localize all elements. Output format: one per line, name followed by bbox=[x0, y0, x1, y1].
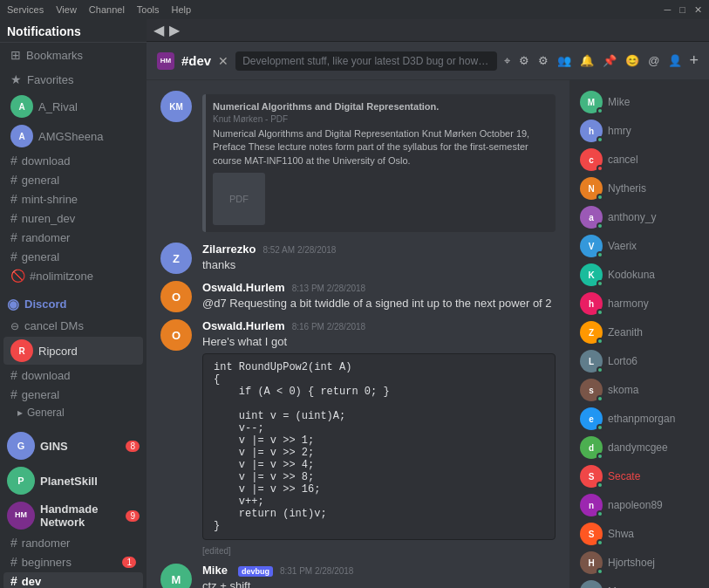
notifications-header: Notifications bbox=[0, 19, 147, 43]
maximize-button[interactable]: □ bbox=[679, 4, 685, 16]
user-nytheris[interactable]: N Nytheris bbox=[573, 174, 706, 202]
favorites-icon: ★ bbox=[10, 72, 22, 86]
dm-amgsheena-label: AMGSheena bbox=[38, 130, 103, 143]
channel-nolimitzone[interactable]: 🚫#nolimitzone bbox=[3, 267, 143, 284]
cancel-dms[interactable]: ⊖cancel DMs bbox=[3, 317, 143, 335]
message-mike-1: M Mike devbug 8:31 PM 2/28/2018 ctz + sh… bbox=[147, 560, 569, 588]
server-discord[interactable]: ◉ Discord bbox=[0, 292, 147, 316]
user-vaerix[interactable]: V Vaerix bbox=[573, 232, 706, 260]
back-button[interactable]: ◀ bbox=[153, 22, 164, 38]
header-search[interactable]: Development stuff, like your latest D3D … bbox=[235, 51, 497, 71]
main-content: ◀ ▶ HM #dev ✕ Development stuff, like yo… bbox=[147, 19, 709, 588]
user-secate[interactable]: S Secate bbox=[573, 462, 706, 490]
user-hjortshoej[interactable]: H Hjortshoej bbox=[573, 549, 706, 577]
pin-icon[interactable]: 📌 bbox=[603, 54, 617, 67]
user-harmony[interactable]: h harmony bbox=[573, 290, 706, 318]
menu-help[interactable]: Help bbox=[172, 4, 192, 15]
notifications-icon[interactable]: 🔔 bbox=[580, 54, 594, 67]
user-anthony-y[interactable]: a anthony_y bbox=[573, 203, 706, 231]
channel-nuren-dev[interactable]: #nuren_dev bbox=[3, 209, 143, 227]
title-bar: Services View Channel Tools Help ─ □ ✕ bbox=[0, 0, 709, 19]
user-mone[interactable]: M Mone bbox=[573, 578, 706, 588]
channel-general-2[interactable]: #general bbox=[3, 248, 143, 265]
user-dandymcgee[interactable]: d dandymcgee bbox=[573, 434, 706, 462]
channel-download-2[interactable]: #download bbox=[3, 366, 143, 384]
channel-beginners[interactable]: #beginners 1 bbox=[3, 553, 143, 571]
forward-button[interactable]: ▶ bbox=[169, 22, 180, 38]
user-ethanpmorgan[interactable]: e ethanpmorgan bbox=[573, 405, 706, 433]
favorites-label: Favorites bbox=[27, 73, 73, 86]
menu-services[interactable]: Services bbox=[7, 4, 44, 15]
header-icons: ⌖ ⚙ ⚙ 👥 🔔 📌 😊 @ 👤 bbox=[504, 54, 682, 68]
user-napoleon89[interactable]: n napoleon89 bbox=[573, 491, 706, 519]
sidebar: Notifications ⊞ Bookmarks ★ Favorites A … bbox=[0, 19, 147, 588]
minimize-button[interactable]: ─ bbox=[665, 4, 672, 16]
member-icon[interactable]: 👥 bbox=[557, 54, 571, 67]
help-icon[interactable]: 👤 bbox=[668, 54, 682, 67]
add-tab-button[interactable]: + bbox=[689, 51, 699, 70]
handmade-badge: 9 bbox=[126, 510, 140, 522]
nav-bar: ◀ ▶ bbox=[147, 19, 709, 42]
dm-amgsheena[interactable]: A AMGSheena bbox=[3, 122, 143, 150]
settings-icon[interactable]: ⚙ bbox=[538, 54, 549, 67]
message-zilarrezko: Z Zilarrezko 8:52 AM 2/28/2018 thanks bbox=[147, 239, 569, 277]
menu-channel[interactable]: Channel bbox=[89, 4, 125, 15]
menu-tools[interactable]: Tools bbox=[137, 4, 160, 15]
mention-icon[interactable]: @ bbox=[648, 54, 659, 67]
user-kodokuna[interactable]: K Kodokuna bbox=[573, 261, 706, 289]
user-cancel[interactable]: c cancel bbox=[573, 146, 706, 174]
message-oswald-2: O Oswald.Hurlem 8:16 PM 2/28/2018 Here's… bbox=[147, 316, 569, 560]
channel-general-3[interactable]: #general bbox=[3, 386, 143, 403]
channel-download-1[interactable]: #download bbox=[3, 152, 143, 169]
sidebar-item-bookmarks[interactable]: ⊞ Bookmarks bbox=[3, 44, 143, 65]
bookmarks-icon: ⊞ bbox=[10, 48, 21, 62]
channel-mint-shrine[interactable]: #mint-shrine bbox=[3, 190, 143, 208]
cursor-icon[interactable]: ⌖ bbox=[504, 54, 510, 68]
server-handmade[interactable]: HM Handmade Network 9 bbox=[0, 498, 147, 533]
server-planetskill[interactable]: P PlanetSkill bbox=[0, 463, 147, 498]
message-oswald-1: O Oswald.Hurlem 8:13 PM 2/28/2018 @d7 Re… bbox=[147, 277, 569, 316]
user-mike[interactable]: M Mike bbox=[573, 88, 706, 116]
bookmarks-label: Bookmarks bbox=[26, 49, 83, 62]
user-zeanith[interactable]: Z Zeanith bbox=[573, 318, 706, 346]
user-skoma[interactable]: s skoma bbox=[573, 376, 706, 404]
channel-randomer-2[interactable]: #randomer bbox=[3, 534, 143, 551]
gins-label: GINS bbox=[40, 440, 126, 453]
channel-general-1[interactable]: #general bbox=[3, 171, 143, 188]
planetskill-label: PlanetSkill bbox=[40, 475, 98, 488]
emoji-icon[interactable]: 😊 bbox=[625, 54, 639, 67]
ripcord-item[interactable]: R Ripcord bbox=[3, 337, 143, 365]
gins-badge: 8 bbox=[126, 441, 140, 452]
dm-a-rival-label: A_Rival bbox=[38, 100, 78, 113]
split-icon[interactable]: ⚙ bbox=[519, 54, 529, 67]
discord-icon: ◉ bbox=[7, 296, 19, 312]
close-tab-icon[interactable]: ✕ bbox=[218, 54, 228, 68]
user-hmry[interactable]: h hmry bbox=[573, 117, 706, 145]
channel-name: #dev bbox=[181, 53, 211, 68]
user-lorto6[interactable]: L Lorto6 bbox=[573, 347, 706, 375]
user-list: .ul-item { display:flex; align-items:cen… bbox=[569, 80, 709, 588]
handmade-label: Handmade Network bbox=[40, 503, 126, 529]
channel-randomer-1[interactable]: #randomer bbox=[3, 229, 143, 246]
server-gins[interactable]: G GINS 8 bbox=[0, 428, 147, 463]
close-button[interactable]: ✕ bbox=[694, 4, 702, 16]
user-shwa[interactable]: S Shwa bbox=[573, 520, 706, 548]
dm-a-rival[interactable]: A A_Rival bbox=[3, 92, 143, 120]
server-icon: HM bbox=[157, 52, 174, 70]
channel-dev[interactable]: #dev bbox=[3, 572, 143, 588]
message-embed: KM Numerical Algorithms and Digital Repr… bbox=[147, 87, 569, 239]
sidebar-item-favorites[interactable]: ★ Favorites bbox=[3, 69, 143, 90]
channel-header: HM #dev ✕ Development stuff, like your l… bbox=[147, 42, 709, 80]
messages-area: .msg-row { display:flex; padding:4px 16p… bbox=[147, 80, 569, 588]
channel-general-group[interactable]: ▸General bbox=[3, 405, 143, 420]
menu-view[interactable]: View bbox=[56, 4, 77, 15]
